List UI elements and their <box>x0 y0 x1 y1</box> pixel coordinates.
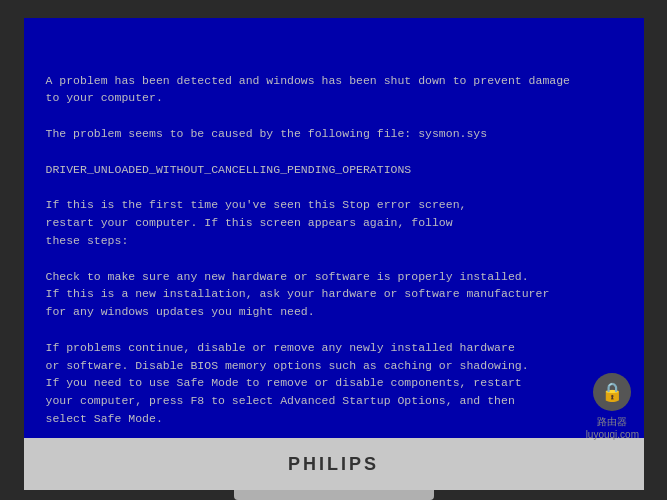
bsod-screen: A problem has been detected and windows … <box>24 18 644 438</box>
monitor-base <box>234 490 434 500</box>
monitor-brand: PHILIPS <box>288 454 379 475</box>
watermark-icon: 🔒 <box>593 373 631 411</box>
bsod-content: A problem has been detected and windows … <box>46 36 622 438</box>
monitor-bezel: PHILIPS <box>24 438 644 490</box>
watermark-text: 路由器luyouqi.com <box>586 415 639 440</box>
monitor-outer: A problem has been detected and windows … <box>0 0 667 500</box>
watermark: 🔒 路由器luyouqi.com <box>586 373 639 440</box>
